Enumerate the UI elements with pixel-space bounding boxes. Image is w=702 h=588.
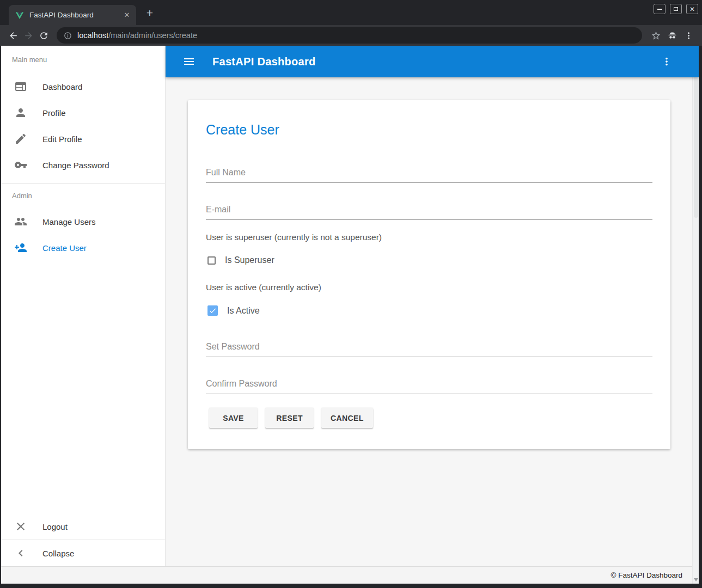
- tab-bar: FastAPI Dashboard ✕ + ✕: [0, 0, 702, 25]
- new-tab-button[interactable]: +: [143, 6, 157, 20]
- browser-window: FastAPI Dashboard ✕ + ✕ localhost/main/a…: [0, 0, 702, 588]
- minimize-icon: [657, 9, 662, 10]
- email-field-wrap: [206, 201, 652, 220]
- reset-button[interactable]: RESET: [265, 408, 314, 428]
- checkbox-unchecked-icon[interactable]: [207, 256, 216, 265]
- checkbox-checked-icon[interactable]: [207, 305, 218, 316]
- vue-logo-icon: [15, 11, 24, 20]
- sidebar-item-manage-users[interactable]: Manage Users: [1, 209, 165, 235]
- more-vert-icon: [683, 30, 694, 41]
- sidebar-item-edit-profile[interactable]: Edit Profile: [1, 126, 165, 152]
- chevron-left-icon: [14, 547, 27, 560]
- url-host: localhost: [77, 31, 108, 40]
- forward-arrow-icon: [23, 30, 34, 41]
- back-button[interactable]: [5, 28, 21, 43]
- admin-section-label: Admin: [1, 184, 165, 209]
- incognito-icon: [667, 30, 677, 41]
- hamburger-icon: [182, 55, 196, 68]
- page-title: Create User: [206, 122, 279, 138]
- reload-button[interactable]: [36, 28, 51, 43]
- sidebar-item-label: Change Password: [42, 161, 109, 170]
- maximize-icon: [674, 7, 678, 11]
- browser-tab[interactable]: FastAPI Dashboard ✕: [9, 5, 136, 25]
- person-add-icon: [14, 241, 27, 254]
- close-icon: ✕: [689, 6, 695, 13]
- checkbox-label: Is Active: [227, 306, 260, 316]
- sidebar-item-logout[interactable]: Logout: [1, 513, 165, 540]
- content-area: Create User User is superuser (currently…: [166, 77, 699, 566]
- scroll-down-arrow-icon[interactable]: [694, 578, 698, 581]
- form-actions: SAVE RESET CANCEL: [209, 408, 373, 428]
- browser-toolbar: localhost/main/admin/users/create: [0, 25, 702, 46]
- is-active-checkbox-row[interactable]: Is Active: [207, 305, 260, 316]
- appbar-menu-button[interactable]: [658, 53, 675, 70]
- set-password-field-wrap: [206, 339, 652, 357]
- tab-close-icon[interactable]: ✕: [122, 10, 132, 20]
- sidebar-item-label: Logout: [42, 522, 68, 531]
- person-icon: [14, 106, 27, 119]
- minimize-button[interactable]: [654, 4, 666, 14]
- hamburger-menu-button[interactable]: [181, 53, 197, 70]
- confirm-password-field-wrap: [206, 376, 652, 394]
- sidebar-item-label: Dashboard: [42, 82, 82, 91]
- app-title: FastAPI Dashboard: [212, 56, 316, 68]
- star-icon: [651, 30, 661, 41]
- sidebar-item-label: Create User: [42, 243, 87, 253]
- email-input[interactable]: [206, 201, 652, 220]
- sidebar-spacer: [1, 261, 165, 513]
- main-menu-label: Main menu: [1, 56, 165, 74]
- set-password-input[interactable]: [206, 339, 652, 357]
- full-name-input[interactable]: [206, 164, 652, 183]
- active-note: User is active (currently active): [206, 283, 321, 292]
- main-area: FastAPI Dashboard Create User: [166, 46, 699, 566]
- full-name-field-wrap: [206, 164, 652, 183]
- create-user-card: Create User User is superuser (currently…: [188, 100, 670, 449]
- sidebar-item-label: Edit Profile: [42, 134, 82, 144]
- sidebar-item-label: Collapse: [42, 549, 74, 558]
- address-bar[interactable]: localhost/main/admin/users/create: [57, 27, 642, 44]
- pencil-icon: [14, 132, 27, 145]
- page: Main menu Dashboard Profile Edit Profile…: [1, 46, 699, 584]
- reload-icon: [39, 30, 49, 41]
- sidebar-item-dashboard[interactable]: Dashboard: [1, 74, 165, 100]
- app-bar: FastAPI Dashboard: [166, 46, 699, 77]
- url-path: /main/admin/users/create: [108, 31, 197, 40]
- footer: © FastAPI Dashboard: [1, 566, 699, 584]
- forward-button[interactable]: [21, 28, 36, 43]
- sidebar-item-change-password[interactable]: Change Password: [1, 152, 165, 178]
- sidebar-item-label: Profile: [42, 108, 66, 118]
- tab-title: FastAPI Dashboard: [29, 11, 122, 19]
- sidebar-item-profile[interactable]: Profile: [1, 100, 165, 126]
- page-scrollbar[interactable]: [692, 46, 699, 584]
- info-icon: [64, 32, 72, 40]
- cancel-button[interactable]: CANCEL: [321, 408, 373, 428]
- checkbox-label: Is Superuser: [225, 255, 274, 265]
- key-icon: [14, 158, 27, 171]
- scrollbar-thumb[interactable]: [694, 54, 698, 218]
- sidebar-item-collapse[interactable]: Collapse: [1, 540, 165, 566]
- close-icon: [14, 520, 27, 533]
- sidebar-item-label: Manage Users: [42, 217, 96, 226]
- more-vert-icon: [661, 56, 673, 68]
- close-window-button[interactable]: ✕: [686, 4, 698, 14]
- confirm-password-input[interactable]: [206, 376, 652, 394]
- bookmark-button[interactable]: [648, 27, 664, 44]
- footer-copyright: © FastAPI Dashboard: [611, 571, 682, 579]
- is-superuser-checkbox-row[interactable]: Is Superuser: [207, 255, 274, 265]
- browser-menu-button[interactable]: [680, 27, 697, 44]
- sidebar-item-create-user[interactable]: Create User: [1, 235, 165, 261]
- save-button[interactable]: SAVE: [209, 408, 258, 428]
- window-controls: ✕: [654, 4, 698, 14]
- check-icon: [209, 307, 217, 315]
- web-icon: [14, 80, 27, 93]
- sidebar: Main menu Dashboard Profile Edit Profile…: [1, 46, 166, 566]
- back-arrow-icon: [8, 30, 19, 41]
- incognito-badge: [664, 27, 680, 44]
- people-icon: [14, 215, 27, 228]
- superuser-note: User is superuser (currently is not a su…: [206, 232, 382, 242]
- maximize-button[interactable]: [670, 4, 682, 14]
